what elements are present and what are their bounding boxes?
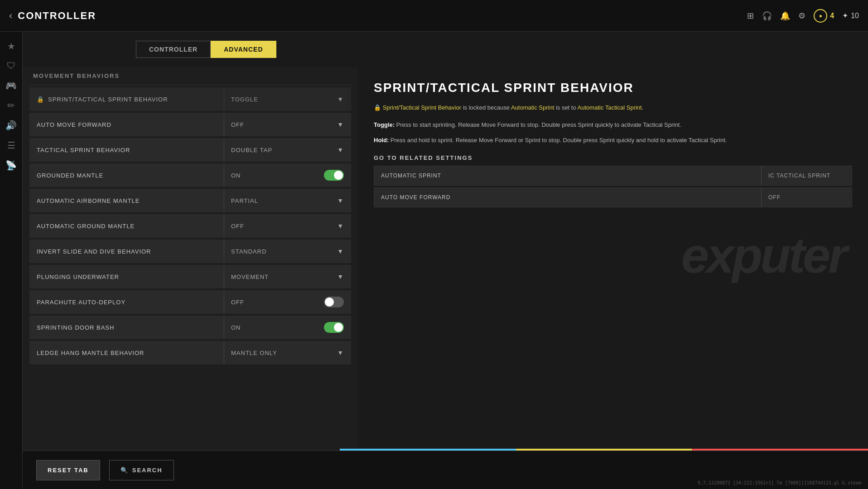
- setting-label-sprint-tactical: 🔒 SPRINT/TACTICAL SPRINT BEHAVIOR: [30, 96, 224, 103]
- locked-msg-middle: is locked because: [461, 104, 511, 111]
- sidebar-icon-shield[interactable]: 🛡: [7, 61, 16, 71]
- headset-icon[interactable]: 🎧: [762, 11, 772, 21]
- dropdown-arrow: ▼: [337, 349, 344, 356]
- setting-row-grounded-mantle[interactable]: GROUNDED MANTLE ON: [29, 163, 351, 187]
- related-row-0[interactable]: AUTOMATIC SPRINT IC TACTICAL SPRINT: [374, 166, 852, 186]
- search-icon: 🔍: [121, 467, 129, 474]
- cp-icon: ✦: [842, 11, 848, 20]
- setting-label-invert-slide-dive: INVERT SLIDE AND DIVE BEHAVIOR: [30, 248, 224, 255]
- dropdown-arrow: ▼: [337, 146, 344, 153]
- dropdown-arrow: ▼: [337, 96, 344, 103]
- watermark: exputer: [681, 226, 845, 284]
- setting-row-sprinting-door-bash[interactable]: SPRINTING DOOR BASH ON: [29, 316, 351, 339]
- setting-label-plunging-underwater: PLUNGING UNDERWATER: [30, 273, 224, 280]
- settings-panel: MOVEMENT BEHAVIORS 🔒 SPRINT/TACTICAL SPR…: [23, 67, 358, 489]
- setting-label-auto-airborne-mantle: AUTOMATIC AIRBORNE MANTLE: [30, 197, 224, 204]
- bell-icon[interactable]: 🔔: [780, 11, 790, 21]
- tab-bar: CONTROLLER ADVANCED: [23, 32, 868, 67]
- toggle-grounded-mantle[interactable]: [324, 170, 344, 181]
- cp-value: 10: [851, 12, 859, 20]
- setting-label-ledge-hang-mantle: LEDGE HANG MANTLE BEHAVIOR: [30, 350, 224, 356]
- setting-value-auto-ground-mantle: OFF ▼: [224, 215, 351, 237]
- info-title: SPRINT/TACTICAL SPRINT BEHAVIOR: [374, 81, 852, 95]
- setting-row-tactical-sprint[interactable]: TACTICAL SPRINT BEHAVIOR DOUBLE TAP ▼: [29, 138, 351, 162]
- setting-row-sprint-tactical[interactable]: 🔒 SPRINT/TACTICAL SPRINT BEHAVIOR TOGGLE…: [29, 87, 351, 111]
- sidebar-icon-network[interactable]: 📡: [5, 160, 17, 171]
- hold-label: Hold:: [374, 137, 389, 144]
- setting-row-parachute-auto-deploy[interactable]: PARACHUTE AUTO-DEPLOY OFF: [29, 290, 351, 314]
- dropdown-arrow: ▼: [337, 222, 344, 230]
- locked-highlight3: Automatic Tactical Sprint: [578, 104, 642, 111]
- reset-tab-button[interactable]: RESET TAB: [36, 460, 100, 480]
- setting-value-ledge-hang-mantle: MANTLE ONLY ▼: [224, 341, 351, 364]
- search-label: SEARCH: [132, 467, 163, 474]
- setting-label-parachute-auto-deploy: PARACHUTE AUTO-DEPLOY: [30, 299, 224, 306]
- toggle-knob: [334, 171, 343, 180]
- lock-icon-sm: 🔒: [374, 104, 383, 111]
- setting-label-auto-ground-mantle: AUTOMATIC GROUND MANTLE: [30, 223, 224, 230]
- setting-value-auto-move-forward: OFF ▼: [224, 113, 351, 136]
- related-header: GO TO RELATED SETTINGS: [374, 154, 852, 161]
- back-button[interactable]: ‹: [9, 10, 12, 22]
- dropdown-arrow: ▼: [337, 273, 344, 280]
- setting-value-invert-slide-dive: STANDARD ▼: [224, 240, 351, 263]
- dropdown-arrow: ▼: [337, 121, 344, 128]
- grid-icon[interactable]: ⊞: [747, 11, 754, 21]
- tab-advanced[interactable]: ADVANCED: [211, 41, 276, 58]
- gear-icon[interactable]: ⚙: [798, 11, 805, 21]
- setting-value-parachute-auto-deploy: OFF: [224, 291, 351, 313]
- setting-value-sprinting-door-bash: ON: [224, 316, 351, 339]
- toggle-knob: [325, 297, 334, 307]
- content-area: MOVEMENT BEHAVIORS 🔒 SPRINT/TACTICAL SPR…: [23, 67, 868, 489]
- related-label-0: AUTOMATIC SPRINT: [374, 173, 761, 179]
- main-content: CONTROLLER ADVANCED MOVEMENT BEHAVIORS 🔒…: [23, 32, 868, 489]
- coin-value: 4: [830, 12, 834, 20]
- related-value-1: OFF: [761, 188, 852, 207]
- hold-text: Press and hold to sprint. Release Move F…: [389, 137, 727, 144]
- related-label-1: AUTO MOVE FORWARD: [374, 194, 761, 201]
- sidebar-icon-audio[interactable]: 🔊: [5, 120, 17, 131]
- coin-icon: ●: [814, 9, 827, 23]
- toggle-parachute-auto-deploy[interactable]: [324, 297, 344, 307]
- setting-value-auto-airborne-mantle: PARTIAL ▼: [224, 189, 351, 212]
- info-desc-hold: Hold: Press and hold to sprint. Release …: [374, 136, 852, 145]
- setting-row-auto-ground-mantle[interactable]: AUTOMATIC GROUND MANTLE OFF ▼: [29, 214, 351, 238]
- setting-label-auto-move-forward: AUTO MOVE FORWARD: [30, 121, 224, 128]
- related-row-1[interactable]: AUTO MOVE FORWARD OFF: [374, 187, 852, 207]
- locked-highlight2: Automatic Sprint: [511, 104, 554, 111]
- info-desc-toggle: Toggle: Press to start sprinting. Releas…: [374, 120, 852, 130]
- toggle-knob: [334, 323, 343, 332]
- sidebar-icon-star[interactable]: ★: [7, 41, 15, 52]
- toggle-sprinting-door-bash[interactable]: [324, 322, 344, 333]
- setting-row-invert-slide-dive[interactable]: INVERT SLIDE AND DIVE BEHAVIOR STANDARD …: [29, 240, 351, 263]
- sidebar: ★ 🛡 🎮 ✏ 🔊 ☰ 📡: [0, 32, 23, 489]
- sidebar-icon-menu[interactable]: ☰: [7, 140, 15, 151]
- top-bar: ‹ CONTROLLER ⊞ 🎧 🔔 ⚙ ● 4 ✦ 10: [0, 0, 868, 32]
- dropdown-arrow: ▼: [337, 197, 344, 204]
- coin-badge: ● 4: [814, 9, 834, 23]
- setting-value-grounded-mantle: ON: [224, 164, 351, 187]
- lock-icon: 🔒: [37, 96, 44, 103]
- build-info: 9.7.13200072 [34:222:1561+1] Tm [7000][1…: [698, 480, 861, 485]
- setting-label-sprinting-door-bash: SPRINTING DOOR BASH: [30, 324, 224, 331]
- dropdown-arrow: ▼: [337, 248, 344, 255]
- tab-controller[interactable]: CONTROLLER: [136, 41, 211, 58]
- toggle-label: Toggle:: [374, 121, 395, 128]
- setting-row-auto-airborne-mantle[interactable]: AUTOMATIC AIRBORNE MANTLE PARTIAL ▼: [29, 189, 351, 212]
- sidebar-icon-pencil[interactable]: ✏: [7, 100, 15, 111]
- setting-label-tactical-sprint: TACTICAL SPRINT BEHAVIOR: [30, 147, 224, 153]
- setting-row-ledge-hang-mantle[interactable]: LEDGE HANG MANTLE BEHAVIOR MANTLE ONLY ▼: [29, 341, 351, 364]
- bottom-bar: RESET TAB 🔍 SEARCH 9.7.13200072 [34:222:…: [23, 451, 868, 489]
- locked-highlight1: Sprint/Tactical Sprint Behavior: [383, 104, 461, 111]
- top-right-icons: ⊞ 🎧 🔔 ⚙ ● 4 ✦ 10: [747, 9, 859, 23]
- setting-value-tactical-sprint: DOUBLE TAP ▼: [224, 139, 351, 161]
- setting-row-plunging-underwater[interactable]: PLUNGING UNDERWATER MOVEMENT ▼: [29, 265, 351, 288]
- setting-label-grounded-mantle: GROUNDED MANTLE: [30, 172, 224, 179]
- toggle-text: Press to start sprinting. Release Move F…: [395, 121, 681, 128]
- info-locked-text: 🔒 Sprint/Tactical Sprint Behavior is loc…: [374, 103, 852, 112]
- search-button[interactable]: 🔍 SEARCH: [109, 460, 174, 480]
- setting-row-auto-move-forward[interactable]: AUTO MOVE FORWARD OFF ▼: [29, 113, 351, 136]
- setting-value-plunging-underwater: MOVEMENT ▼: [224, 265, 351, 288]
- sidebar-icon-controller[interactable]: 🎮: [5, 80, 17, 91]
- page-title: CONTROLLER: [18, 10, 96, 22]
